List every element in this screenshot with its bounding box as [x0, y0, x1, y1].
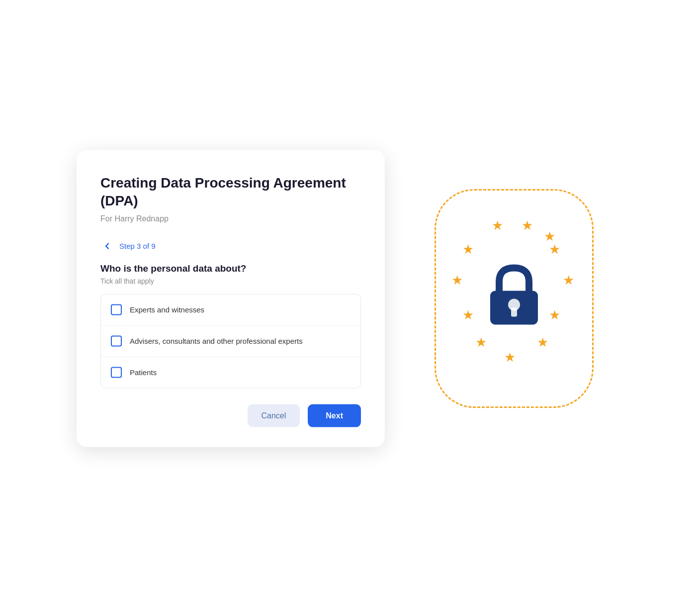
- dialog-subtitle: For Harry Rednapp: [100, 214, 361, 223]
- star-icon: ★: [544, 230, 555, 243]
- star-icon: ★: [537, 336, 548, 349]
- step-navigation[interactable]: Step 3 of 9: [100, 239, 361, 253]
- step-label: Step 3 of 9: [119, 242, 156, 250]
- lock-icon: [484, 263, 544, 328]
- checkbox-patients[interactable]: [111, 367, 122, 378]
- star-icon: ★: [462, 243, 474, 256]
- checkbox-advisers[interactable]: [111, 335, 122, 346]
- back-button[interactable]: [100, 239, 114, 253]
- star-icon: ★: [475, 336, 487, 349]
- checkbox-list: Experts and witnesses Advisers, consulta…: [100, 294, 361, 388]
- back-arrow-icon: [103, 241, 112, 250]
- star-icon: ★: [462, 308, 474, 321]
- checkbox-patients-label: Patients: [130, 367, 157, 378]
- star-icon: ★: [451, 274, 463, 287]
- star-icon: ★: [563, 274, 574, 287]
- button-row: Cancel Next: [100, 404, 361, 427]
- cancel-button[interactable]: Cancel: [248, 404, 300, 427]
- star-icon: ★: [549, 243, 560, 256]
- dialog-card: Creating Data Processing Agreement (DPA)…: [77, 150, 385, 447]
- tick-instruction: Tick all that apply: [100, 277, 361, 285]
- checkbox-item-experts[interactable]: Experts and witnesses: [101, 294, 360, 325]
- svg-rect-2: [511, 308, 517, 317]
- checkbox-item-advisers[interactable]: Advisers, consultants and other professi…: [101, 325, 360, 357]
- star-icon: ★: [504, 351, 516, 364]
- checkbox-experts-label: Experts and witnesses: [130, 304, 204, 315]
- star-icon: ★: [549, 308, 560, 321]
- lock-illustration: ★ ★ ★ ★ ★ ★ ★ ★ ★ ★ ★ ★: [444, 204, 584, 393]
- checkbox-experts[interactable]: [111, 304, 122, 315]
- next-button[interactable]: Next: [308, 404, 361, 427]
- question-text: Who is the personal data about?: [100, 263, 361, 274]
- checkbox-advisers-label: Advisers, consultants and other professi…: [130, 336, 303, 346]
- star-icon: ★: [522, 219, 533, 232]
- dialog-title: Creating Data Processing Agreement (DPA): [100, 174, 361, 210]
- checkbox-item-patients[interactable]: Patients: [101, 357, 360, 388]
- star-icon: ★: [492, 219, 503, 232]
